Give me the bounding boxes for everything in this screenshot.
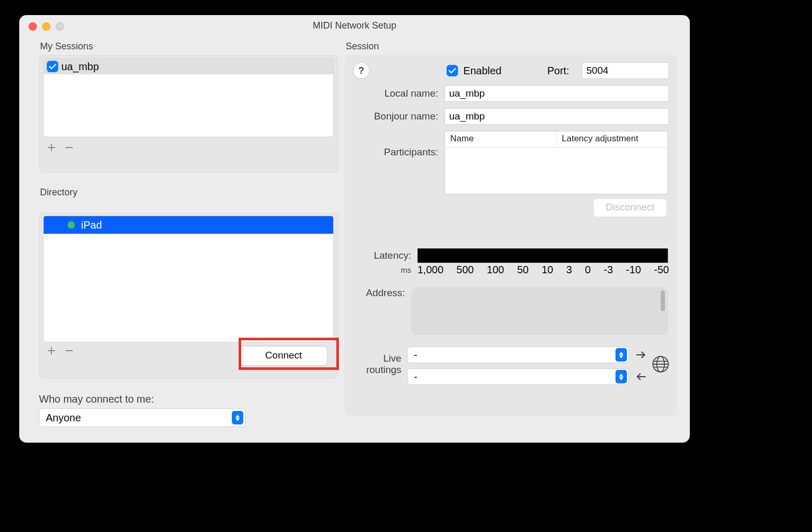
sessions-listbox[interactable]: ua_mbp: [43, 58, 334, 137]
session-enabled-checkbox[interactable]: [47, 61, 58, 72]
latency-unit: ms: [353, 265, 411, 274]
disconnect-button: Disconnect: [593, 198, 667, 217]
add-session-button[interactable]: [46, 142, 57, 153]
network-globe-icon: [652, 355, 670, 374]
minimize-icon[interactable]: [42, 22, 50, 31]
latency-label: Latency:: [353, 250, 411, 261]
who-may-connect-value: Anyone: [46, 412, 81, 424]
who-may-connect-label: Who may connect to me:: [39, 393, 338, 405]
midi-network-setup-window: MIDI Network Setup My Sessions ua_mbp: [19, 15, 690, 443]
live-routing-out-value: -: [414, 371, 417, 383]
address-box[interactable]: [411, 287, 668, 335]
session-panel: ? Enabled Port: 5004 Local name: ua_mbp …: [345, 55, 677, 416]
directory-panel: iPad Connect: [39, 212, 338, 379]
scrollbar[interactable]: [661, 290, 665, 311]
address-label: Address:: [353, 287, 405, 299]
latency-tick: 500: [456, 264, 474, 276]
enabled-checkbox[interactable]: [447, 65, 458, 76]
live-routing-out-select[interactable]: -: [407, 368, 629, 385]
participants-table[interactable]: Name Latency adjustment: [444, 131, 668, 194]
latency-tick: 50: [517, 264, 529, 276]
directory-item-name: iPad: [81, 219, 102, 231]
my-sessions-label: My Sessions: [39, 41, 338, 52]
latency-tick: 100: [487, 264, 504, 276]
bonjour-name-field[interactable]: ua_mbp: [444, 108, 669, 125]
titlebar: MIDI Network Setup: [19, 15, 690, 36]
latency-tick: 1,000: [417, 264, 443, 276]
add-directory-button[interactable]: [46, 345, 57, 356]
connect-button[interactable]: Connect: [240, 346, 328, 366]
my-sessions-panel: ua_mbp: [39, 55, 338, 172]
local-name-field[interactable]: ua_mbp: [444, 85, 669, 102]
bonjour-name-label: Bonjour name:: [353, 111, 444, 122]
local-name-label: Local name:: [353, 88, 444, 99]
window-title: MIDI Network Setup: [19, 20, 690, 31]
arrow-left-icon: [635, 372, 647, 381]
enabled-label: Enabled: [463, 65, 501, 77]
latency-tick: -10: [626, 264, 641, 276]
latency-tick: 10: [542, 264, 553, 276]
arrow-right-icon: [635, 350, 647, 360]
directory-listbox[interactable]: iPad: [43, 216, 334, 342]
directory-row[interactable]: iPad: [44, 216, 333, 234]
latency-tick: 3: [566, 264, 572, 276]
latency-tick: -3: [604, 264, 613, 276]
help-button[interactable]: ?: [353, 62, 370, 79]
live-routing-in-value: -: [414, 349, 417, 361]
select-arrows-icon: [615, 348, 627, 362]
participants-col-latency[interactable]: Latency adjustment: [557, 131, 668, 147]
latency-tick: 0: [585, 264, 591, 276]
port-field[interactable]: 5004: [582, 62, 669, 79]
live-routing-in-select[interactable]: -: [407, 347, 629, 363]
select-arrows-icon: [232, 411, 243, 424]
directory-label: Directory: [39, 187, 338, 198]
latency-meter: [417, 248, 668, 263]
who-may-connect-select[interactable]: Anyone: [39, 408, 245, 427]
online-indicator-icon: [68, 221, 75, 229]
port-label: Port:: [547, 65, 569, 77]
select-arrows-icon: [615, 370, 627, 383]
session-name: ua_mbp: [61, 61, 99, 73]
zoom-icon: [56, 22, 64, 31]
participants-col-name[interactable]: Name: [445, 131, 557, 147]
remove-session-button[interactable]: [64, 142, 74, 153]
remove-directory-button[interactable]: [64, 345, 74, 356]
participants-label: Participants:: [353, 131, 444, 158]
latency-tick: -50: [654, 264, 669, 276]
latency-ticks: 1,000500100501030-3-10-50: [417, 264, 669, 276]
live-label-top: Live: [353, 353, 401, 364]
session-label: Session: [345, 41, 677, 52]
session-row[interactable]: ua_mbp: [44, 59, 333, 74]
close-icon[interactable]: [29, 22, 37, 31]
live-label-bottom: routings: [353, 364, 401, 376]
